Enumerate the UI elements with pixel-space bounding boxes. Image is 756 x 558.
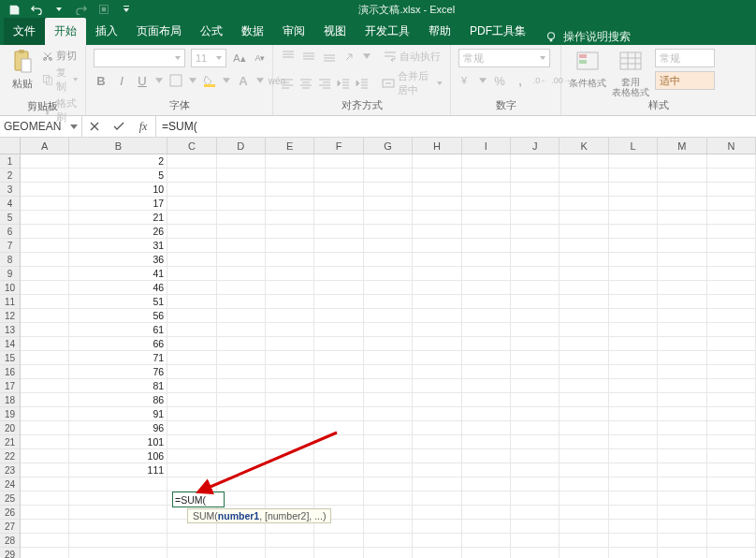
copy-button[interactable]: 复制 (42, 66, 78, 94)
cell[interactable] (21, 506, 69, 520)
row-header[interactable]: 19 (0, 407, 20, 421)
cell[interactable] (413, 225, 461, 239)
cell[interactable] (609, 477, 658, 492)
cell[interactable] (69, 477, 167, 492)
cell[interactable] (707, 435, 756, 449)
cell[interactable] (167, 323, 216, 337)
cell[interactable]: 91 (69, 407, 167, 421)
row-header[interactable]: 3 (0, 183, 20, 197)
cell[interactable] (217, 463, 266, 477)
cell[interactable] (560, 548, 608, 558)
cell[interactable] (462, 197, 511, 211)
cell[interactable] (462, 183, 511, 197)
cell[interactable] (560, 520, 608, 534)
cell[interactable] (21, 548, 69, 558)
cell[interactable] (511, 169, 560, 183)
cell[interactable] (266, 393, 314, 407)
cell[interactable] (560, 463, 608, 477)
cell[interactable] (413, 309, 461, 323)
cell[interactable] (658, 449, 706, 463)
cell[interactable] (413, 323, 461, 337)
cell[interactable]: 96 (69, 421, 167, 435)
cell[interactable]: 56 (69, 309, 167, 323)
row-header[interactable]: 14 (0, 337, 20, 351)
cell[interactable] (511, 211, 560, 225)
cell[interactable] (658, 309, 706, 323)
cell[interactable] (658, 421, 706, 435)
cell[interactable]: 26 (69, 225, 167, 239)
cell[interactable] (707, 492, 756, 506)
cell[interactable] (21, 435, 69, 449)
row-header[interactable]: 4 (0, 197, 20, 211)
cell[interactable] (364, 365, 413, 379)
cell[interactable] (21, 337, 69, 351)
cell[interactable] (314, 393, 363, 407)
cell[interactable] (21, 267, 69, 281)
cell[interactable] (167, 365, 216, 379)
row-header[interactable]: 15 (0, 351, 20, 365)
cell[interactable] (560, 337, 608, 351)
column-header[interactable]: I (462, 138, 511, 154)
cell[interactable] (364, 351, 413, 365)
cell[interactable] (511, 421, 560, 435)
cell[interactable] (707, 169, 756, 183)
cell[interactable] (364, 154, 413, 169)
underline-button[interactable]: U (135, 73, 150, 88)
tab-review[interactable]: 审阅 (273, 18, 314, 45)
cell[interactable] (413, 379, 461, 393)
cell[interactable] (21, 225, 69, 239)
cell[interactable] (560, 323, 608, 337)
cell[interactable] (266, 449, 314, 463)
accounting-format-icon[interactable]: ¥ (458, 73, 473, 88)
cell[interactable] (364, 309, 413, 323)
cell[interactable] (266, 239, 314, 253)
tab-home[interactable]: 开始 (45, 18, 86, 45)
cell[interactable] (217, 183, 266, 197)
cell[interactable] (707, 365, 756, 379)
cell[interactable] (609, 506, 658, 520)
cells-area[interactable]: 2510172126313641465156616671768186919610… (21, 154, 756, 558)
column-header[interactable]: F (314, 138, 363, 154)
cell[interactable] (609, 463, 658, 477)
cell[interactable] (167, 211, 216, 225)
cell[interactable] (462, 351, 511, 365)
cell[interactable] (314, 281, 363, 295)
touch-mode-icon[interactable] (97, 3, 110, 16)
cell[interactable] (364, 393, 413, 407)
row-header[interactable]: 13 (0, 323, 20, 337)
cell[interactable] (609, 407, 658, 421)
spreadsheet-grid[interactable]: ABCDEFGHIJKLMN 1234567891011121314151617… (0, 138, 756, 558)
cell[interactable] (609, 295, 658, 309)
cell[interactable] (560, 211, 608, 225)
cell[interactable] (560, 393, 608, 407)
cell[interactable] (413, 520, 461, 534)
cell[interactable] (21, 323, 69, 337)
cell[interactable] (413, 393, 461, 407)
comma-format-icon[interactable]: , (513, 73, 528, 88)
cell[interactable] (314, 463, 363, 477)
cancel-formula-button[interactable] (82, 116, 107, 137)
save-icon[interactable] (7, 3, 21, 16)
cell[interactable] (658, 379, 706, 393)
cell[interactable]: 5 (69, 169, 167, 183)
cell[interactable] (167, 449, 216, 463)
cell[interactable]: 66 (69, 337, 167, 351)
cell[interactable] (560, 253, 608, 267)
font-family-combo[interactable] (94, 49, 185, 67)
cell[interactable] (609, 365, 658, 379)
tell-me[interactable]: 操作说明搜索 (535, 29, 640, 45)
cell[interactable] (314, 323, 363, 337)
cell[interactable] (314, 365, 363, 379)
cell[interactable] (462, 520, 511, 534)
increase-indent-icon[interactable] (356, 76, 369, 91)
cell[interactable] (266, 253, 314, 267)
cell[interactable] (707, 534, 756, 548)
cell[interactable] (314, 211, 363, 225)
cell[interactable] (707, 421, 756, 435)
cell[interactable] (511, 365, 560, 379)
cell[interactable] (364, 337, 413, 351)
cell[interactable] (364, 225, 413, 239)
tab-help[interactable]: 帮助 (419, 18, 460, 45)
tab-file[interactable]: 文件 (4, 18, 45, 45)
cell[interactable] (217, 295, 266, 309)
